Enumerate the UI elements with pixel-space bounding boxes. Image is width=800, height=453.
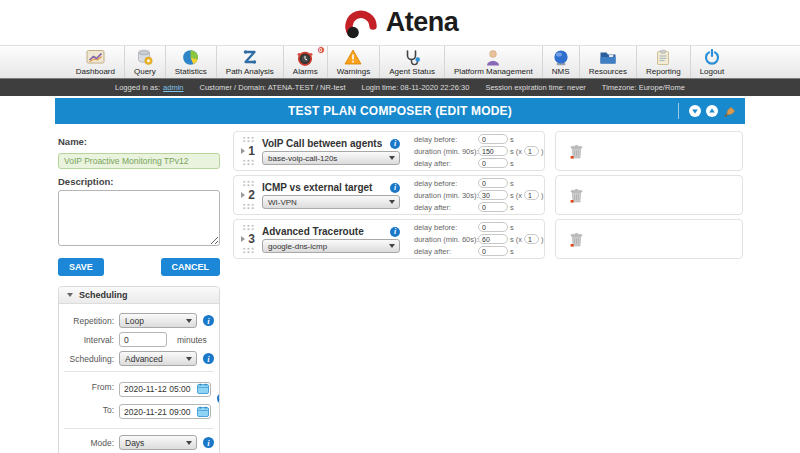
broom-clear-icon[interactable] [723, 104, 738, 118]
delay-after-row: delay after: s [414, 202, 544, 212]
delay-before-input[interactable] [478, 134, 508, 144]
date-range-info-icon[interactable] [217, 393, 220, 404]
drag-handle[interactable]: 3 [234, 220, 262, 258]
nav-item-alarms[interactable]: 0 Alarms [283, 46, 327, 78]
test-info-icon[interactable] [390, 139, 400, 149]
delay-before-label: delay before: [414, 179, 478, 188]
scheduling-info-icon[interactable] [203, 353, 214, 364]
delay-after-label: delay after: [414, 247, 478, 256]
delay-after-label: delay after: [414, 203, 478, 212]
mode-info-icon[interactable] [203, 437, 214, 448]
nav-item-reporting[interactable]: Reporting [636, 46, 690, 78]
repetition-info-icon[interactable] [203, 315, 214, 326]
username-link[interactable]: admin [163, 83, 183, 92]
test-params: delay before: s duration (min. 90s): s (… [414, 134, 544, 168]
test-template-select[interactable]: WI-VPN [262, 195, 400, 209]
nav-label: Warnings [337, 67, 371, 76]
description-textarea[interactable] [58, 190, 220, 246]
multiplier-input[interactable] [524, 146, 539, 156]
interval-input[interactable] [119, 332, 167, 347]
nav-label: Reporting [646, 67, 681, 76]
chevron-down-icon [389, 200, 395, 204]
drag-dots-icon [242, 159, 255, 166]
repetition-select[interactable]: Loop [119, 313, 197, 328]
title-actions [678, 98, 738, 124]
delay-before-input[interactable] [478, 178, 508, 188]
delay-before-input[interactable] [478, 222, 508, 232]
duration-input[interactable] [478, 190, 508, 200]
expand-arrow-icon[interactable] [241, 236, 245, 242]
expand-arrow-icon[interactable] [241, 192, 245, 198]
delete-test-trash-icon[interactable] [570, 144, 583, 159]
mode-frequency-group: Mode: Days Frequency: odd [64, 428, 214, 453]
nav-item-statistics[interactable]: Statistics [165, 46, 216, 78]
nav-label: Resources [589, 67, 627, 76]
delay-after-input[interactable] [478, 202, 508, 212]
test-info-icon[interactable] [390, 183, 400, 193]
name-input[interactable] [58, 153, 220, 169]
nav-item-dashboard[interactable]: Dashboard [67, 46, 124, 78]
brand-name: Atena [386, 7, 459, 38]
nav-item-warnings[interactable]: Warnings [327, 46, 380, 78]
expand-arrow-icon[interactable] [241, 148, 245, 154]
delete-test-trash-icon[interactable] [570, 188, 583, 203]
mode-select[interactable]: Days [119, 435, 197, 450]
delay-after-input[interactable] [478, 246, 508, 256]
delete-test-trash-icon[interactable] [570, 232, 583, 247]
seconds-unit: s [510, 247, 514, 256]
delay-before-label: delay before: [414, 135, 478, 144]
nav-item-nms[interactable]: NMS [542, 46, 579, 78]
nav-item-agent-status[interactable]: Agent Status [379, 46, 444, 78]
delay-after-input[interactable] [478, 158, 508, 168]
session-expiration: Session expiration time: never [485, 83, 585, 92]
mode-row: Mode: Days [64, 435, 214, 450]
logout-icon [704, 49, 720, 66]
drag-handle[interactable]: 2 [234, 176, 262, 214]
test-template-value: google-dns-icmp [268, 242, 327, 251]
nav-item-resources[interactable]: Resources [579, 46, 636, 78]
calendar-icon[interactable] [197, 380, 209, 398]
test-actions-panel [555, 175, 743, 215]
scheduling-select[interactable]: Advanced [119, 351, 197, 366]
drag-handle[interactable]: 1 [234, 132, 262, 170]
duration-input[interactable] [478, 234, 508, 244]
chevron-down-icon [389, 244, 395, 248]
mode-label: Mode: [64, 438, 114, 448]
test-info-icon[interactable] [390, 227, 400, 237]
nav-item-platform-management[interactable]: Platform Management [444, 46, 542, 78]
multiplier-input[interactable] [524, 234, 539, 244]
scheduling-panel-header[interactable]: Scheduling [59, 287, 219, 304]
test-params: delay before: s duration (min. 30s): s (… [414, 178, 544, 212]
description-label: Description: [58, 176, 220, 187]
test-title: Advanced Traceroute [262, 226, 364, 237]
delay-after-row: delay after: s [414, 246, 544, 256]
import-upload-icon[interactable] [706, 105, 718, 117]
duration-label: duration (min. 30s): [414, 191, 478, 200]
test-template-select[interactable]: base-voip-call-120s [262, 151, 400, 165]
nav-item-path-analysis[interactable]: Path Analysis [216, 46, 283, 78]
from-row: From: [64, 378, 211, 397]
nav-label: Logout [700, 67, 724, 76]
save-button[interactable]: SAVE [58, 258, 104, 276]
drag-dots-icon [242, 180, 255, 187]
login-time: Login time: 08-11-2020 22:26:30 [362, 83, 470, 92]
export-download-icon[interactable] [689, 105, 701, 117]
to-label: To: [64, 405, 114, 415]
scheduling-mode-row: Scheduling: Advanced [64, 351, 214, 366]
seconds-unit: s [510, 223, 514, 232]
multiplier-close: ) [541, 147, 544, 156]
nav-item-query[interactable]: Query [124, 46, 165, 78]
multiplier-input[interactable] [524, 190, 539, 200]
calendar-icon[interactable] [197, 403, 209, 421]
nav-item-logout[interactable]: Logout [690, 46, 733, 78]
date-range-group: From: [64, 371, 214, 423]
dashboard-icon [86, 49, 105, 66]
test-template-select[interactable]: google-dns-icmp [262, 239, 400, 253]
duration-input[interactable] [478, 146, 508, 156]
seconds-unit: s [510, 203, 514, 212]
nav-label: Dashboard [76, 67, 115, 76]
seconds-unit: s [510, 179, 514, 188]
drag-dots-icon [242, 247, 255, 254]
reporting-icon [654, 49, 672, 66]
cancel-button[interactable]: CANCEL [161, 258, 221, 276]
